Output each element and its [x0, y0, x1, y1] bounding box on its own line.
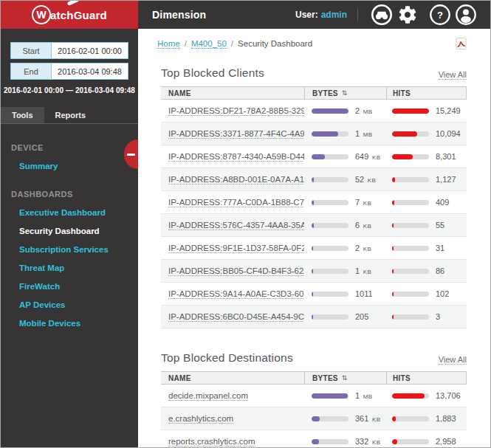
gear-icon[interactable]	[396, 4, 419, 26]
hits-bar	[392, 314, 429, 320]
bytes-value: 2 MB	[355, 106, 373, 115]
pdf-export-icon[interactable]	[456, 38, 467, 49]
sidebar-item-subscription-services[interactable]: Subscription Services	[19, 245, 138, 254]
cell-bytes: 649 KB	[304, 152, 386, 161]
bytes-unit: KB	[361, 223, 371, 230]
column-header-hits[interactable]: HITS	[386, 372, 466, 384]
hits-bar-fill	[392, 292, 394, 297]
bytes-bar-fill	[312, 246, 313, 251]
hits-bar-fill	[392, 154, 413, 159]
bytes-value: 205	[355, 312, 368, 321]
bytes-bar	[312, 131, 348, 137]
hits-value: 3	[436, 312, 440, 321]
cell-hits: 8,301	[386, 152, 467, 161]
help-icon[interactable]: ?	[429, 4, 451, 26]
cell-hits: 13,706	[386, 391, 467, 400]
user-icon[interactable]	[455, 4, 477, 26]
bytes-bar-fill	[312, 314, 313, 320]
end-date-field: End 2016-03-04 09:48	[10, 63, 128, 80]
panel-title: Top Blocked Clients	[161, 66, 264, 80]
hits-bar-fill	[392, 200, 394, 205]
breadcrumb-device-link[interactable]: M400_50	[191, 39, 227, 49]
sidebar-item-ap-devices[interactable]: AP Devices	[19, 300, 138, 309]
breadcrumb-home-link[interactable]: Home	[157, 39, 180, 49]
hits-value: 86	[436, 266, 444, 275]
cell-hits: 15,249	[386, 106, 467, 115]
cell-name: IP-ADDRESS:DF21-78A2-88B5-3292-71A...	[161, 106, 304, 116]
cell-bytes: 7 KB	[304, 198, 386, 207]
sidebar-item-threat-map[interactable]: Threat Map	[19, 263, 138, 272]
bytes-value: 1011	[355, 289, 373, 298]
start-date-value[interactable]: 2016-02-01 00:00	[52, 43, 128, 58]
sidebar-item-firewatch[interactable]: FireWatch	[19, 282, 138, 291]
logo-w-circle: W	[32, 5, 51, 24]
end-date-value[interactable]: 2016-03-04 09:48	[52, 63, 128, 79]
row-name-link[interactable]: IP-ADDRESS:9A14-A0AE-C3D3-607C-F10...	[168, 289, 304, 299]
row-name-link[interactable]: reports.crashlytics.com	[168, 437, 255, 447]
row-name-link[interactable]: IP-ADDRESS:3371-8877-4F4C-4A9E-C32...	[168, 129, 304, 139]
bytes-bar-fill	[312, 223, 314, 228]
row-name-link[interactable]: e.crashlytics.com	[168, 414, 233, 424]
user-name: admin	[321, 10, 347, 20]
panel-top-blocked-destinations: Top Blocked DestinationsView AllNAMEBYTE…	[161, 351, 467, 447]
bytes-value: 649 KB	[355, 152, 380, 161]
table-row: decide.mixpanel.com1 MB13,706	[161, 385, 467, 407]
hits-value: 31	[436, 244, 444, 252]
sidebar-item-summary[interactable]: Summary	[19, 162, 138, 170]
cell-bytes: 1011	[304, 289, 386, 298]
table-row: IP-ADDRESS:A8BD-001E-0A7A-A130-4A3...52 …	[161, 168, 467, 191]
tab-tools[interactable]: Tools	[1, 107, 44, 123]
row-name-link[interactable]: IP-ADDRESS:8787-4340-A59B-D447-B4A...	[168, 152, 304, 162]
hits-bar-fill	[392, 131, 417, 137]
sidebar-item-executive-dashboard[interactable]: Executive Dashboard	[19, 208, 138, 217]
main-content: Home / M400_50 / Security Dashboard Top …	[138, 29, 490, 447]
binoculars-icon[interactable]	[371, 4, 393, 26]
cell-hits: 31	[386, 244, 467, 252]
cell-name: IP-ADDRESS:BB05-CF4D-B4F3-62AA-CE1...	[161, 266, 304, 276]
nav-heading-dashboards: DASHBOARDS	[11, 190, 138, 199]
panel-top-blocked-clients: Top Blocked ClientsView AllNAMEBYTES⇅HIT…	[161, 66, 467, 328]
table-row: IP-ADDRESS:9F1E-1D37-58FA-0F21-C5B...2 K…	[161, 237, 467, 260]
date-range-summary: 2016-02-01 00:00 — 2016-03-04 09:48	[1, 86, 138, 94]
bytes-bar	[312, 108, 348, 114]
bytes-bar	[312, 393, 348, 399]
hits-value: 409	[436, 198, 449, 207]
hits-bar-fill	[392, 269, 394, 274]
view-all-link[interactable]: View All	[439, 70, 467, 80]
sidebar-item-security-dashboard[interactable]: Security Dashboard	[19, 227, 138, 235]
hits-bar	[392, 292, 429, 297]
sidebar-item-mobile-devices[interactable]: Mobile Devices	[19, 319, 138, 328]
row-name-link[interactable]: IP-ADDRESS:9F1E-1D37-58FA-0F21-C5B...	[168, 244, 304, 253]
cell-hits: 102	[386, 289, 467, 298]
bytes-value: 1 MB	[355, 129, 373, 138]
tab-reports[interactable]: Reports	[44, 107, 97, 123]
bytes-value: 361 KB	[355, 414, 380, 423]
view-all-link[interactable]: View All	[439, 355, 467, 365]
bytes-value: 1 KB	[355, 266, 371, 275]
cell-name: decide.mixpanel.com	[161, 391, 304, 401]
row-name-link[interactable]: IP-ADDRESS:BB05-CF4D-B4F3-62AA-CE1...	[168, 266, 304, 276]
table-row: IP-ADDRESS:576C-4357-4AA8-35A7-9C8...6 K…	[161, 214, 467, 237]
row-name-link[interactable]: decide.mixpanel.com	[168, 391, 248, 401]
column-header-bytes[interactable]: BYTES⇅	[304, 87, 386, 99]
cell-hits: 409	[386, 198, 467, 207]
hits-bar	[392, 200, 429, 205]
row-name-link[interactable]: IP-ADDRESS:DF21-78A2-88B5-3292-71A...	[168, 106, 304, 116]
row-name-link[interactable]: IP-ADDRESS:A8BD-001E-0A7A-A130-4A3...	[168, 175, 304, 185]
column-header-bytes[interactable]: BYTES⇅	[304, 372, 386, 384]
cell-name: IP-ADDRESS:9A14-A0AE-C3D3-607C-F10...	[161, 289, 304, 299]
hits-value: 102	[436, 289, 449, 298]
logo-text: atchGuard	[50, 9, 107, 21]
bytes-value: 52 KB	[355, 175, 376, 184]
cell-bytes: 332 KB	[304, 437, 386, 446]
bytes-bar-fill	[312, 416, 320, 421]
row-name-link[interactable]: IP-ADDRESS:576C-4357-4AA8-35A7-9C8...	[168, 221, 304, 230]
user-label: User:	[295, 10, 318, 20]
table-header: NAMEBYTES⇅HITS	[161, 86, 467, 100]
dashboard-panels: Top Blocked ClientsView AllNAMEBYTES⇅HIT…	[161, 66, 467, 447]
column-header-hits[interactable]: HITS	[386, 87, 466, 99]
watchguard-dimension-window: W atchGuard Dimension User: admin	[0, 0, 491, 448]
row-name-link[interactable]: IP-ADDRESS:6BC0-D45E-A454-9C14-201...	[168, 312, 304, 322]
row-name-link[interactable]: IP-ADDRESS:777A-C0DA-1B88-C702-774...	[168, 198, 304, 207]
bytes-value: 2 KB	[355, 244, 371, 252]
